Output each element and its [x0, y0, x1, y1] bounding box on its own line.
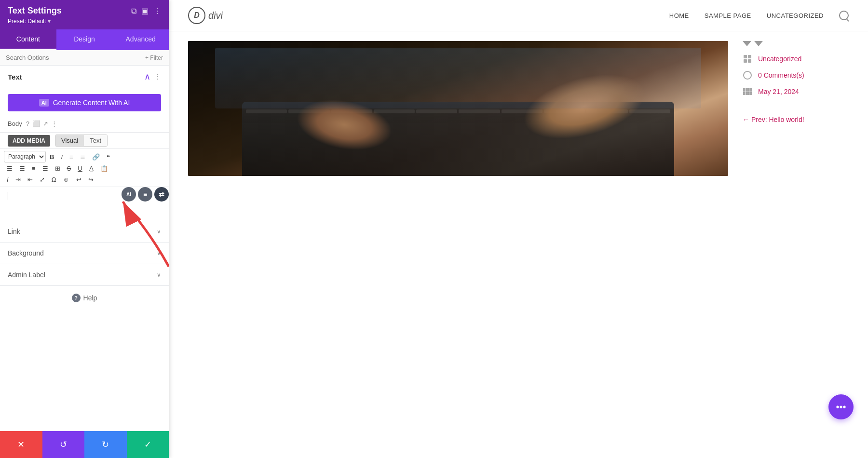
- help-label: Help: [83, 294, 97, 302]
- help-section[interactable]: ? Help: [0, 286, 169, 310]
- ordered-list-button[interactable]: ≣: [77, 152, 88, 162]
- italic2-button[interactable]: I: [4, 175, 12, 185]
- align-right-button[interactable]: ≡: [29, 163, 39, 174]
- strikethrough-button[interactable]: S: [64, 163, 74, 174]
- arrow-icon[interactable]: ↗: [43, 120, 48, 127]
- body-row: Body ? ⬜ ↗ ⋮: [0, 117, 169, 130]
- nav-sample-page[interactable]: SAMPLE PAGE: [705, 12, 751, 19]
- redo-button[interactable]: ↻: [84, 431, 127, 458]
- help-icon-body[interactable]: ?: [26, 120, 29, 127]
- section-controls: ∧ ⋮: [144, 71, 161, 82]
- next-arrow-icon[interactable]: [754, 41, 763, 46]
- omega-button[interactable]: Ω: [49, 175, 59, 185]
- calendar-icon: [743, 87, 752, 96]
- nav-home[interactable]: HOME: [669, 12, 689, 19]
- background-section-title: Background: [8, 249, 44, 257]
- nav-search-icon[interactable]: [839, 11, 849, 20]
- top-nav: D divi HOME SAMPLE PAGE UNCATEGORIZED: [169, 0, 868, 31]
- close-icon: ✕: [17, 439, 25, 450]
- fullscreen-button[interactable]: ⤢: [37, 175, 48, 185]
- undo-icon: ↺: [60, 439, 67, 450]
- underline-button[interactable]: U: [75, 163, 85, 174]
- arrow-float-button[interactable]: ⇄: [154, 187, 169, 202]
- visual-tab[interactable]: Visual: [55, 135, 84, 146]
- filter-button[interactable]: + Filter: [145, 54, 163, 61]
- link-chevron-icon: ∨: [157, 228, 161, 235]
- tab-advanced[interactable]: Advanced: [112, 29, 169, 50]
- tab-content[interactable]: Content: [0, 29, 56, 50]
- background-chevron-icon: ∨: [157, 250, 161, 256]
- table-button[interactable]: ⊞: [52, 163, 63, 174]
- logo: D divi: [188, 7, 223, 24]
- hero-image: [188, 41, 728, 176]
- tab-design[interactable]: Design: [56, 29, 113, 50]
- logo-text: divi: [208, 10, 223, 21]
- ai-button-label: Generate Content With AI: [53, 99, 130, 107]
- paragraph-select[interactable]: Paragraph: [4, 151, 46, 162]
- link-section[interactable]: Link ∨: [0, 221, 169, 242]
- link-section-title: Link: [8, 228, 20, 235]
- align-center-button[interactable]: ☰: [16, 163, 28, 174]
- save-button[interactable]: ✓: [127, 431, 169, 458]
- more-icon[interactable]: ⋮: [153, 6, 161, 15]
- format-toolbar: Paragraph B I ≡ ≣ 🔗 ❝ ☰ ☰ ≡ ☰ ⊞ S U A̲ 📋: [0, 149, 169, 187]
- text-color-button[interactable]: A̲: [86, 163, 96, 174]
- popup-icon[interactable]: ⬜: [32, 120, 40, 127]
- more-body-icon[interactable]: ⋮: [51, 120, 57, 127]
- collapse-button[interactable]: ∧: [144, 71, 150, 82]
- sidebar-arrows: [743, 41, 849, 46]
- redo-icon: ↻: [102, 439, 109, 450]
- nav-uncategorized[interactable]: UNCATEGORIZED: [767, 12, 824, 19]
- undo-editor-button[interactable]: ↩: [73, 175, 84, 185]
- ai-float-button[interactable]: AI: [122, 187, 136, 202]
- prev-link[interactable]: ← Prev: Hello world!: [743, 116, 849, 123]
- text-tab[interactable]: Text: [84, 135, 107, 146]
- floating-toolbar: AI ≡ ⇄: [122, 187, 169, 202]
- body-label: Body: [8, 120, 22, 127]
- content-area: Uncategorized 0 Comments(s) May: [169, 31, 868, 458]
- save-icon: ✓: [144, 439, 151, 450]
- text-editor-area[interactable]: AI ≡ ⇄: [0, 187, 169, 221]
- ai-generate-button[interactable]: AI Generate Content With AI: [8, 94, 161, 111]
- comments-circle-icon: [743, 70, 752, 80]
- date-meta-item: May 21, 2024: [743, 87, 849, 96]
- bold-button[interactable]: B: [47, 152, 57, 162]
- text-section-title: Text: [8, 73, 22, 81]
- emoji-button[interactable]: ☺: [60, 175, 72, 185]
- align-justify-button[interactable]: ☰: [40, 163, 51, 174]
- italic-button[interactable]: I: [58, 152, 66, 162]
- category-text[interactable]: Uncategorized: [758, 55, 801, 63]
- indent-button[interactable]: ⇥: [13, 175, 24, 185]
- preset-label[interactable]: Preset: Default ▾: [8, 18, 161, 25]
- copy-icon[interactable]: ⧉: [131, 7, 136, 15]
- admin-label-section-title: Admin Label: [8, 271, 45, 279]
- redo-editor-button[interactable]: ↪: [85, 175, 96, 185]
- unordered-list-button[interactable]: ≡: [67, 152, 76, 162]
- floating-menu-icon: •••: [836, 402, 846, 413]
- align-left-button[interactable]: ☰: [4, 163, 15, 174]
- lines-float-button[interactable]: ≡: [138, 187, 152, 202]
- nav-links: HOME SAMPLE PAGE UNCATEGORIZED: [669, 11, 849, 20]
- undo-button[interactable]: ↺: [42, 431, 85, 458]
- background-section[interactable]: Background ∨: [0, 242, 169, 264]
- search-input[interactable]: [6, 54, 145, 61]
- close-button[interactable]: ✕: [0, 431, 42, 458]
- outdent-button[interactable]: ⇤: [25, 175, 36, 185]
- blockquote-button[interactable]: ❝: [104, 152, 113, 162]
- section-more-icon[interactable]: ⋮: [154, 73, 161, 81]
- left-panel: Text Settings ⧉ ▣ ⋮ Preset: Default ▾ Co…: [0, 0, 169, 458]
- help-circle-icon: ?: [72, 294, 81, 302]
- paste-text-button[interactable]: 📋: [97, 163, 111, 174]
- visual-text-tabs: Visual Text: [55, 135, 108, 147]
- logo-circle: D: [188, 7, 205, 24]
- link-button[interactable]: 🔗: [89, 152, 103, 162]
- prev-arrow-icon[interactable]: [743, 41, 751, 46]
- admin-label-section[interactable]: Admin Label ∨: [0, 264, 169, 286]
- floating-menu-button[interactable]: •••: [828, 394, 854, 419]
- layout-icon[interactable]: ▣: [141, 6, 149, 15]
- ai-icon: AI: [39, 99, 49, 107]
- text-section-header: Text ∧ ⋮: [0, 66, 169, 88]
- cursor: [8, 192, 8, 200]
- comments-text[interactable]: 0 Comments(s): [758, 71, 804, 79]
- add-media-button[interactable]: ADD MEDIA: [8, 135, 50, 147]
